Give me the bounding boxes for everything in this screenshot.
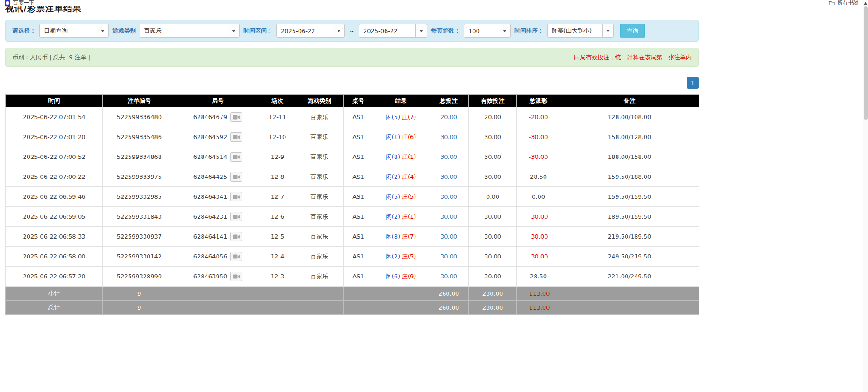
scroll-up-arrow[interactable]: ▲ — [863, 0, 868, 6]
cell-payout: -30.00 — [517, 227, 560, 247]
table-row: 2025-06-22 07:00:52 522599334868 6284645… — [6, 147, 699, 167]
video-icon[interactable] — [230, 112, 242, 122]
range-separator: ~ — [349, 28, 354, 34]
footer-empty — [176, 301, 260, 315]
video-icon[interactable] — [230, 132, 242, 142]
cell-time: 2025-06-22 06:59:05 — [6, 207, 103, 227]
cell-total-bet[interactable]: 30.00 — [429, 247, 469, 267]
video-icon[interactable] — [230, 212, 242, 221]
cell-time: 2025-06-22 06:59:46 — [6, 187, 103, 207]
summary-notice-text: 同局有效投注，统一计算在该局第一张注单内 — [574, 53, 692, 62]
filter-bar: 请选择： 日期查询 游戏类别 百家乐 时间区间： 2025-06-22 ~ 20… — [5, 20, 699, 42]
cell-table: AS1 — [344, 247, 373, 267]
round-id: 628464425 — [193, 173, 227, 180]
cell-total-bet[interactable]: 30.00 — [429, 187, 469, 207]
footer-empty — [260, 287, 295, 301]
date-start-dropdown-button[interactable] — [333, 24, 345, 38]
chevron-down-icon — [232, 30, 236, 32]
cell-total-bet[interactable]: 30.00 — [429, 167, 469, 187]
bookmarks-folder-icon — [829, 0, 835, 6]
page-size-select[interactable]: 100 — [464, 24, 511, 38]
round-id: 628464592 — [193, 134, 227, 140]
footer-empty — [373, 301, 429, 315]
cell-table: AS1 — [344, 207, 373, 227]
date-end-value[interactable]: 2025-06-22 — [359, 24, 416, 38]
cell-session: 12-4 — [260, 247, 295, 267]
column-header: 注单编号 — [103, 95, 176, 107]
footer-empty — [560, 301, 699, 315]
cell-valid-bet: 30.00 — [469, 227, 517, 247]
game-category-select[interactable]: 百家乐 — [140, 24, 240, 38]
cell-bet-id: 522599333975 — [103, 167, 176, 187]
cell-total-bet[interactable]: 30.00 — [429, 147, 469, 167]
table-row: 2025-06-22 06:58:00 522599330142 6284640… — [6, 247, 699, 267]
cell-bet-id: 522599330142 — [103, 247, 176, 267]
footer-empty — [260, 301, 295, 315]
cell-total-bet[interactable]: 30.00 — [429, 127, 469, 147]
date-end-select[interactable]: 2025-06-22 — [359, 24, 427, 38]
footer-label: 小计 — [6, 287, 103, 301]
scrollbar[interactable]: ▲ — [863, 0, 868, 392]
cell-round: 628463950 — [176, 267, 260, 287]
scrollbar-thumb[interactable] — [864, 6, 868, 120]
result-banker: 庄(7) — [402, 233, 416, 240]
cell-total-bet[interactable]: 30.00 — [429, 227, 469, 247]
cell-session: 12-6 — [260, 207, 295, 227]
video-icon[interactable] — [230, 152, 242, 162]
table-body: 2025-06-22 07:01:54 522599336480 6284646… — [6, 107, 699, 287]
time-sort-select[interactable]: 降幂(由大到小) — [547, 24, 614, 38]
video-icon[interactable] — [230, 232, 242, 241]
bookmark-baidu[interactable]: 百度一下 — [5, 0, 34, 6]
footer-count: 9 — [103, 301, 176, 315]
column-header: 时间 — [6, 95, 103, 107]
table-row: 2025-06-22 07:01:54 522599336480 6284646… — [6, 107, 699, 127]
chevron-down-icon — [420, 30, 423, 32]
query-type-select[interactable]: 日期查询 — [39, 24, 109, 38]
date-end-dropdown-button[interactable] — [415, 24, 427, 38]
video-icon[interactable] — [230, 272, 242, 281]
cell-table: AS1 — [344, 147, 373, 167]
time-sort-dropdown-button[interactable] — [602, 24, 614, 38]
round-id: 628464341 — [193, 193, 227, 200]
column-header: 局号 — [176, 95, 260, 107]
cell-round: 628464425 — [176, 167, 260, 187]
cell-table: AS1 — [344, 127, 373, 147]
cell-bet-id: 522599332985 — [103, 187, 176, 207]
query-type-dropdown-button[interactable] — [97, 24, 109, 38]
video-icon[interactable] — [230, 192, 242, 201]
video-icon[interactable] — [230, 252, 242, 261]
time-sort-value[interactable]: 降幂(由大到小) — [547, 24, 603, 38]
cell-total-bet[interactable]: 30.00 — [429, 207, 469, 227]
cell-payout: -30.00 — [517, 247, 560, 267]
game-category-dropdown-button[interactable] — [228, 24, 240, 38]
result-player: 闲(2) — [386, 253, 400, 260]
game-category-value[interactable]: 百家乐 — [140, 24, 228, 38]
cell-game: 百家乐 — [295, 227, 344, 247]
cell-game: 百家乐 — [295, 187, 344, 207]
cell-valid-bet: 0.00 — [469, 187, 517, 207]
page-size-value[interactable]: 100 — [464, 24, 499, 38]
result-player: 闲(1) — [386, 134, 400, 140]
footer-empty — [560, 287, 699, 301]
page-button[interactable]: 1 — [687, 77, 699, 89]
page-size-dropdown-button[interactable] — [499, 24, 511, 38]
result-player: 闲(8) — [386, 233, 400, 240]
cell-result: 闲(8)庄(1) — [373, 147, 429, 167]
video-icon[interactable] — [230, 172, 242, 182]
cell-note: 188.00/158.00 — [560, 147, 699, 167]
cell-result: 闲(6)庄(9) — [373, 267, 429, 287]
footer-empty — [176, 287, 260, 301]
cell-total-bet[interactable]: 20.00 — [429, 107, 469, 127]
bookmark-all-label[interactable]: 所有书签 — [837, 0, 859, 6]
query-type-value[interactable]: 日期查询 — [39, 24, 97, 38]
cell-total-bet[interactable]: 30.00 — [429, 267, 469, 287]
column-header: 有效投注 — [469, 95, 517, 107]
table-row: 2025-06-22 07:00:22 522599333975 6284644… — [6, 167, 699, 187]
date-start-value[interactable]: 2025-06-22 — [276, 24, 333, 38]
date-start-select[interactable]: 2025-06-22 — [276, 24, 345, 38]
result-player: 闲(6) — [386, 273, 400, 280]
search-button[interactable]: 查询 — [620, 24, 645, 38]
cell-round: 628464141 — [176, 227, 260, 247]
round-id: 628464141 — [193, 233, 227, 240]
chevron-down-icon — [606, 30, 610, 32]
